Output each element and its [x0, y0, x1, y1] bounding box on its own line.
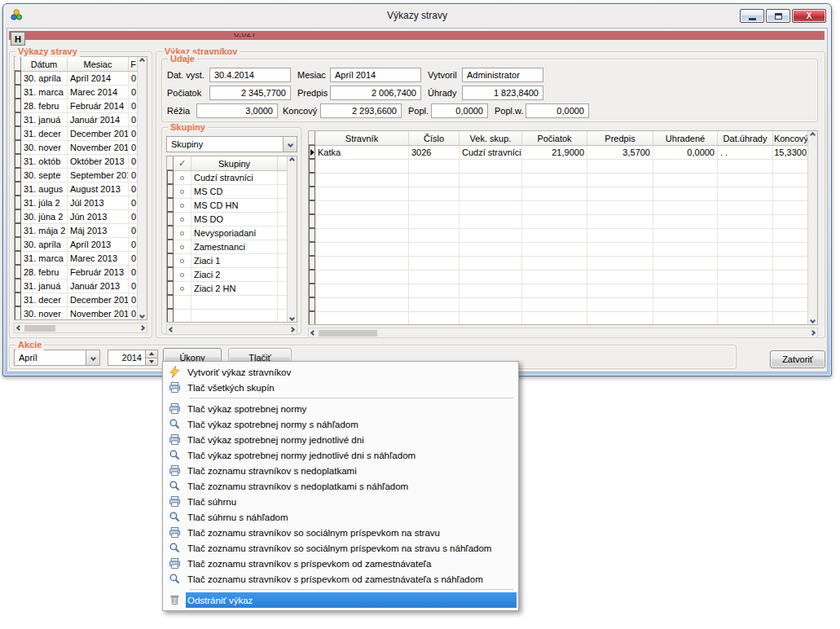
column-header[interactable]: Číslo: [409, 131, 460, 145]
table-row[interactable]: 30. noverNovember 20130: [15, 141, 137, 155]
row-selector[interactable]: [15, 265, 21, 279]
row-selector[interactable]: [15, 251, 21, 265]
reports-hscrollbar[interactable]: [14, 323, 147, 333]
menu-item[interactable]: Vytvoriť výkaz stravníkov: [165, 364, 517, 380]
row-selector[interactable]: [167, 281, 174, 295]
menu-item[interactable]: Tlač zoznamu stravníkov s nedoplatkami s…: [165, 478, 517, 494]
table-row[interactable]: 31. októbOktóber 20130: [15, 155, 137, 169]
row-selector[interactable]: [15, 99, 21, 112]
row-selector[interactable]: [15, 126, 21, 140]
row-selector[interactable]: [15, 209, 21, 223]
list-item[interactable]: Ziaci 2 HN: [167, 282, 287, 296]
table-row[interactable]: 30. noverNovember 20120: [15, 307, 137, 319]
row-selector[interactable]: [15, 293, 21, 306]
row-selector[interactable]: [15, 223, 21, 237]
table-row[interactable]: 31. januáJanuár 20130: [15, 279, 137, 293]
list-item[interactable]: Ziaci 1: [167, 254, 287, 268]
column-header[interactable]: Uhradené: [653, 131, 718, 145]
scroll-right-icon[interactable]: [810, 330, 816, 336]
mesiac-field[interactable]: Apríl 2014: [330, 68, 421, 82]
scroll-down-icon[interactable]: [289, 315, 295, 321]
skupiny-vscrollbar[interactable]: [287, 156, 297, 322]
column-header[interactable]: Dátum: [21, 57, 68, 71]
skupiny-dropdown[interactable]: Skupiny: [166, 136, 297, 152]
list-item[interactable]: MS DO: [167, 213, 287, 227]
list-item[interactable]: Nevysporiadaní: [167, 227, 287, 240]
menu-item[interactable]: Tlač výkaz spotrebnej normy jednotlivé d…: [165, 447, 517, 463]
list-item[interactable]: Ziaci 2: [167, 268, 287, 282]
scroll-left-icon[interactable]: [310, 330, 316, 336]
check-cell[interactable]: [174, 213, 191, 226]
scroll-right-icon[interactable]: [139, 325, 145, 331]
check-cell[interactable]: [174, 171, 191, 184]
row-selector[interactable]: [15, 71, 21, 85]
scroll-thumb[interactable]: [319, 330, 377, 336]
titlebar[interactable]: Výkazy stravy X: [3, 4, 831, 28]
vytvoril-field[interactable]: Administrator: [462, 68, 543, 82]
zatvorit-button[interactable]: Zatvoriť: [770, 350, 825, 368]
check-cell[interactable]: [174, 268, 191, 281]
check-cell[interactable]: [174, 185, 191, 198]
menu-item[interactable]: Tlač zoznamu stravníkov so sociálnym prí…: [165, 525, 517, 540]
row-selector[interactable]: [167, 267, 174, 281]
menu-item[interactable]: Tlač výkaz spotrebnej normy jednotlivé d…: [165, 432, 517, 447]
menu-item[interactable]: Tlač výkaz spotrebnej normy: [165, 401, 517, 416]
row-selector[interactable]: [167, 170, 174, 184]
table-row[interactable]: 28. februFebruár 20140: [15, 99, 137, 113]
table-row[interactable]: 31. marcaMarec 20130: [15, 252, 137, 266]
row-selector[interactable]: [167, 184, 174, 198]
table-row[interactable]: 30. septeSeptember 20130: [15, 169, 137, 183]
row-selector[interactable]: [15, 182, 21, 196]
popl-w-field[interactable]: 0,0000: [526, 103, 589, 118]
table-row[interactable]: 30. aprílaApríl 20130: [15, 238, 137, 252]
menu-item[interactable]: Tlač zoznamu stravníkov so sociálnym prí…: [165, 540, 517, 556]
row-selector[interactable]: [167, 240, 174, 253]
row-selector[interactable]: [167, 198, 174, 212]
spinner-down-button[interactable]: [146, 358, 157, 366]
month-dropdown-button[interactable]: [86, 350, 99, 365]
table-row[interactable]: 31. januáJanuár 20140: [15, 113, 137, 127]
column-header[interactable]: F: [129, 57, 137, 71]
pociatok-field[interactable]: 2 345,7700: [209, 86, 291, 100]
scroll-left-icon[interactable]: [16, 325, 22, 331]
koncovy-field[interactable]: 2 293,6600: [320, 103, 402, 118]
column-header[interactable]: Mesiac: [68, 57, 129, 71]
column-header[interactable]: Predpis: [587, 131, 653, 145]
close-button[interactable]: X: [792, 9, 826, 23]
menu-item[interactable]: Tlač súhrnu s náhľadom: [165, 509, 517, 525]
menu-item[interactable]: Tlač zoznamu stravníkov s príspevkom od …: [165, 556, 517, 571]
list-item[interactable]: Cudzí stravníci: [167, 171, 287, 185]
table-row[interactable]: 31. mája 2Máj 20130: [15, 224, 137, 238]
scroll-thumb[interactable]: [24, 325, 55, 332]
list-item[interactable]: MS CD: [167, 185, 287, 199]
table-row[interactable]: 30. júna 2Jún 20130: [15, 210, 137, 224]
check-cell[interactable]: [174, 240, 191, 253]
column-header[interactable]: Vek. skup.: [460, 131, 522, 145]
check-column-header[interactable]: ✓: [174, 156, 191, 170]
row-selector[interactable]: [15, 237, 21, 251]
scroll-up-icon[interactable]: [810, 132, 816, 138]
row-selector[interactable]: [15, 196, 21, 209]
column-header[interactable]: Dat.úhrady: [718, 131, 773, 145]
row-selector[interactable]: [15, 168, 21, 182]
popl-field[interactable]: 0,0000: [431, 103, 488, 118]
check-cell[interactable]: [174, 254, 191, 267]
row-selector[interactable]: [167, 226, 174, 240]
column-header[interactable]: Stravník: [315, 131, 409, 145]
skupiny-hscrollbar[interactable]: [166, 324, 297, 335]
dat-vyst-field[interactable]: 30.4.2014: [209, 68, 291, 82]
table-row[interactable]: 30. aprílaApríl 20140: [15, 72, 137, 86]
row-selector[interactable]: [15, 140, 21, 154]
minimize-button[interactable]: [740, 9, 764, 23]
table-row[interactable]: 31. marcaMarec 20140: [15, 86, 137, 99]
spinner-up-button[interactable]: [146, 350, 157, 358]
check-cell[interactable]: [174, 282, 191, 295]
table-row[interactable]: Katka3026Cudzí stravníci21,90003,57000,0…: [309, 146, 807, 160]
table-row[interactable]: 31. júla 2Júl 20130: [15, 196, 137, 210]
current-row-arrow-icon[interactable]: [309, 145, 315, 159]
menu-item[interactable]: Tlač všetkých skupín: [165, 380, 517, 395]
column-header[interactable]: Počiatok: [522, 131, 587, 145]
skupiny-dropdown-button[interactable]: [283, 137, 297, 152]
scroll-up-icon[interactable]: [139, 58, 145, 64]
scroll-right-icon[interactable]: [289, 327, 295, 332]
